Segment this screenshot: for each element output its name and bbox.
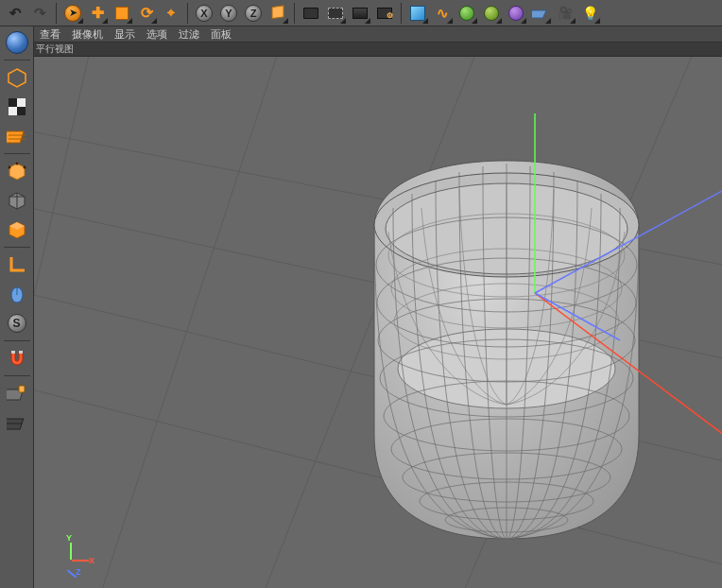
view-label: 平行视图 bbox=[36, 43, 74, 56]
object-mode-button[interactable] bbox=[3, 63, 31, 92]
palette-separator bbox=[4, 340, 30, 341]
toolbar-separator bbox=[294, 3, 295, 24]
tweak-mode-icon bbox=[7, 284, 27, 304]
palette-separator bbox=[4, 153, 30, 154]
floor-button[interactable] bbox=[529, 2, 552, 25]
palette-separator bbox=[4, 247, 30, 248]
snap-toggle-icon: S bbox=[8, 314, 26, 333]
mesh-object[interactable] bbox=[346, 113, 667, 548]
x-axis-lock-icon: X bbox=[196, 5, 213, 22]
top-toolbar: ↶ ↷ ➤ ✚ ⟳ ⌖ X Y Z bbox=[0, 0, 722, 26]
polygons-mode-button[interactable] bbox=[3, 216, 31, 244]
x-axis-lock-button[interactable]: X bbox=[193, 2, 215, 25]
render-settings-icon: ⚙ bbox=[377, 8, 392, 19]
tweak-mode-button[interactable] bbox=[3, 280, 31, 308]
svg-rect-0 bbox=[272, 5, 284, 18]
coordinate-system-button[interactable] bbox=[266, 2, 289, 25]
axis-mode-button[interactable] bbox=[3, 251, 31, 279]
svg-marker-2 bbox=[9, 69, 26, 87]
render-view-icon bbox=[303, 8, 318, 19]
axis-mode-icon bbox=[7, 254, 27, 275]
rotate-tool-button[interactable]: ⟳ bbox=[135, 2, 158, 25]
texture-mode-icon bbox=[7, 96, 27, 117]
render-view-button[interactable] bbox=[300, 2, 322, 25]
viewport-menubar: 查看 摄像机 显示 选项 过滤 面板 bbox=[34, 26, 722, 43]
render-region-button[interactable] bbox=[324, 2, 347, 25]
render-picture-viewer-button[interactable] bbox=[349, 2, 371, 25]
last-tool-icon: ⌖ bbox=[163, 5, 180, 22]
edges-mode-icon bbox=[7, 190, 27, 211]
workplane-button[interactable] bbox=[3, 379, 31, 407]
undo-icon: ↶ bbox=[7, 5, 24, 22]
workplane-mode-button[interactable] bbox=[3, 408, 31, 437]
svg-rect-4 bbox=[9, 98, 17, 107]
svg-line-31 bbox=[91, 57, 280, 588]
svg-rect-23 bbox=[19, 386, 25, 392]
move-tool-button[interactable]: ✚ bbox=[86, 2, 109, 25]
model-mode-button[interactable] bbox=[3, 28, 31, 57]
redo-button[interactable]: ↷ bbox=[28, 2, 51, 25]
menu-camera[interactable]: 摄像机 bbox=[72, 27, 103, 42]
z-axis-lock-button[interactable]: Z bbox=[242, 2, 265, 25]
redo-icon: ↷ bbox=[31, 5, 48, 22]
toolbar-separator bbox=[56, 3, 57, 24]
z-axis-lock-icon: Z bbox=[245, 5, 262, 22]
menu-options[interactable]: 选项 bbox=[146, 27, 167, 42]
object-mode-icon bbox=[7, 67, 27, 88]
toolbar-separator bbox=[187, 3, 188, 24]
add-light-button[interactable]: 💡 bbox=[578, 2, 601, 25]
svg-point-11 bbox=[23, 166, 26, 169]
view-label-bar: 平行视图 bbox=[34, 43, 722, 57]
scale-tool-button[interactable] bbox=[111, 2, 133, 25]
menu-filter[interactable]: 过滤 bbox=[179, 27, 199, 42]
add-spline-button[interactable]: ∿ bbox=[431, 2, 454, 25]
svg-rect-20 bbox=[11, 351, 15, 354]
palette-separator bbox=[4, 60, 30, 61]
svg-rect-5 bbox=[17, 107, 26, 115]
edges-mode-button[interactable] bbox=[3, 186, 31, 215]
left-tool-palette: S bbox=[0, 26, 34, 588]
svg-rect-1 bbox=[532, 10, 546, 18]
texture-mode-button[interactable] bbox=[3, 93, 31, 121]
workplane-icon bbox=[7, 383, 27, 404]
model-mode-icon bbox=[6, 31, 28, 54]
menu-display[interactable]: 显示 bbox=[114, 27, 135, 42]
toolbar-separator bbox=[401, 3, 402, 24]
render-settings-button[interactable]: ⚙ bbox=[373, 2, 396, 25]
points-mode-button[interactable] bbox=[3, 157, 31, 185]
svg-rect-6 bbox=[7, 131, 24, 143]
menu-view[interactable]: 查看 bbox=[40, 27, 60, 42]
live-select-button[interactable]: ➤ bbox=[61, 2, 84, 25]
svg-marker-9 bbox=[9, 164, 25, 180]
add-environment-button[interactable] bbox=[505, 2, 527, 25]
menu-panel[interactable]: 面板 bbox=[211, 27, 232, 42]
y-axis-lock-icon: Y bbox=[220, 5, 237, 22]
polygons-mode-icon bbox=[7, 219, 27, 240]
scene-camera-button[interactable]: 🎥 bbox=[554, 2, 576, 25]
last-tool-button[interactable]: ⌖ bbox=[160, 2, 182, 25]
magnet-icon bbox=[7, 348, 27, 369]
undo-button[interactable]: ↶ bbox=[4, 2, 26, 25]
uv-mode-button[interactable] bbox=[3, 122, 31, 150]
snap-toggle-button[interactable]: S bbox=[3, 309, 31, 337]
axis-orientation-widget: Y X Z bbox=[55, 539, 93, 577]
viewport[interactable]: Y X Z bbox=[34, 57, 722, 588]
add-cube-button[interactable] bbox=[406, 2, 429, 25]
points-mode-icon bbox=[7, 161, 27, 182]
workplane-mode-icon bbox=[7, 412, 27, 433]
add-deformer-button[interactable] bbox=[480, 2, 503, 25]
add-generator-button[interactable] bbox=[456, 2, 478, 25]
svg-rect-21 bbox=[19, 351, 23, 354]
svg-line-30 bbox=[34, 57, 91, 588]
palette-separator bbox=[4, 375, 30, 376]
svg-point-12 bbox=[8, 166, 10, 169]
magnet-button[interactable] bbox=[3, 344, 31, 372]
y-axis-lock-button[interactable]: Y bbox=[217, 2, 240, 25]
svg-point-10 bbox=[15, 163, 18, 165]
uv-mode-icon bbox=[7, 126, 27, 147]
